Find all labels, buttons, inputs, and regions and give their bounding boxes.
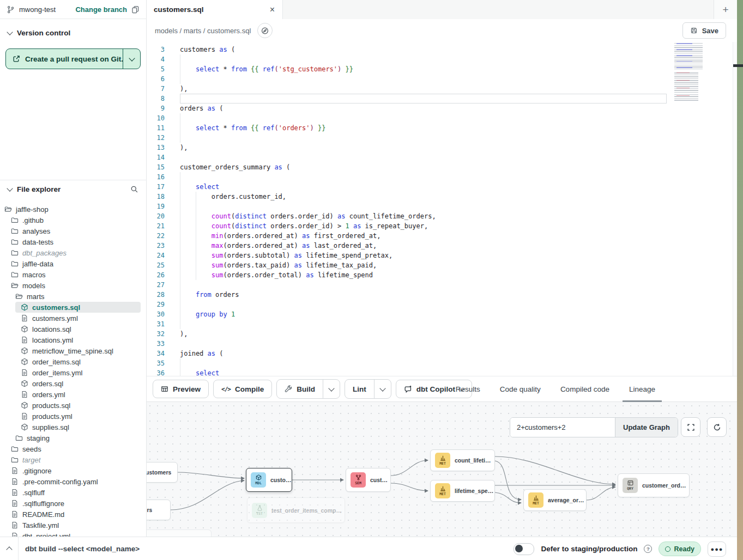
- file-tree-item-target[interactable]: target: [0, 454, 146, 465]
- code-line-34[interactable]: 34joined as (: [146, 349, 737, 358]
- create-pr-dropdown[interactable]: [123, 49, 140, 69]
- file-tree-item--pre-commit-config-yaml[interactable]: .pre-commit-config.yaml: [0, 476, 146, 487]
- code-line-25[interactable]: 25 sum(orders.tax_paid) as lifetime_tax_…: [146, 260, 737, 270]
- code-line-26[interactable]: 26 sum(orders.order_total) as lifetime_s…: [146, 270, 737, 280]
- file-tree-item-locations-yml[interactable]: locations.yml: [0, 334, 146, 345]
- code-line-29[interactable]: 29: [146, 300, 737, 309]
- code-line-18[interactable]: 18 orders.customer_id,: [146, 192, 737, 202]
- code-line-7[interactable]: 7),: [146, 84, 737, 94]
- code-line-17[interactable]: 17 select: [146, 182, 737, 192]
- file-tree-item-jaffle-data[interactable]: jaffle-data: [0, 258, 146, 269]
- lineage-node-customer-order-metrics[interactable]: QRYcustomer_order_metrics: [618, 473, 690, 497]
- file-tree-item-staging[interactable]: staging: [0, 433, 146, 443]
- code-line-27[interactable]: 27: [146, 280, 737, 290]
- code-editor[interactable]: 23customers as (45 select * from {{ ref(…: [146, 42, 737, 376]
- code-line-6[interactable]: 6: [146, 74, 737, 84]
- file-tree-item-locations-sql[interactable]: locations.sql: [0, 324, 146, 334]
- code-line-4[interactable]: 4: [146, 54, 737, 64]
- file-tree-item-marts[interactable]: marts: [0, 291, 146, 302]
- more-options-button[interactable]: ●●●: [708, 541, 726, 557]
- code-line-22[interactable]: 22 min(orders.ordered_at) as first_order…: [146, 231, 737, 241]
- refresh-button[interactable]: [707, 417, 727, 437]
- file-tree-item--sqlfluffignore[interactable]: .sqlfluffignore: [0, 498, 146, 509]
- copy-icon[interactable]: [131, 5, 140, 14]
- build-dropdown[interactable]: [323, 380, 340, 398]
- file-explorer-header[interactable]: File explorer: [0, 180, 146, 198]
- lineage-node-count-lifetime-orders[interactable]: METcount_lifetime_orders: [430, 449, 495, 471]
- code-line-28[interactable]: 28 from orders: [146, 290, 737, 300]
- code-line-8[interactable]: 8: [146, 94, 737, 104]
- file-tree-item-jaffle-shop[interactable]: jaffle-shop: [0, 204, 146, 215]
- code-line-36[interactable]: 36 select: [146, 368, 737, 376]
- file-tree-item-readme-md[interactable]: README.md: [0, 509, 146, 520]
- model-selector-input[interactable]: [510, 418, 615, 437]
- file-tree-item-orders-sql[interactable]: orders.sql: [0, 378, 146, 389]
- code-line-32[interactable]: 32),: [146, 329, 737, 339]
- tab-code-quality[interactable]: Code quality: [500, 376, 541, 402]
- help-icon[interactable]: ?: [644, 545, 652, 553]
- preview-button[interactable]: Preview: [153, 380, 209, 398]
- create-pr-button[interactable]: Create a pull request on Git...: [6, 49, 123, 69]
- tab-compiled-code[interactable]: Compiled code: [560, 376, 609, 402]
- file-tree-item-customers-yml[interactable]: customers.yml: [0, 313, 146, 324]
- new-tab-button[interactable]: +: [719, 4, 732, 15]
- code-line-15[interactable]: 15customer_orders_summary as (: [146, 162, 737, 172]
- code-line-14[interactable]: 14: [146, 153, 737, 162]
- change-branch-link[interactable]: Change branch: [75, 5, 127, 14]
- file-tree-item-dbt-project-yml[interactable]: dbt_project.yml: [0, 531, 146, 537]
- file-tree-item-models[interactable]: models: [0, 280, 146, 291]
- lineage-node-customers-model[interactable]: MDLcustomers: [246, 468, 292, 492]
- editor-scrollbar[interactable]: [733, 42, 737, 376]
- code-line-23[interactable]: 23 max(orders.ordered_at) as last_ordere…: [146, 241, 737, 251]
- code-line-19[interactable]: 19: [146, 202, 737, 211]
- code-line-12[interactable]: 12: [146, 133, 737, 143]
- code-line-20[interactable]: 20 count(distinct orders.order_id) as co…: [146, 211, 737, 221]
- compile-button[interactable]: </> Compile: [213, 380, 272, 398]
- code-line-30[interactable]: 30 group by 1: [146, 309, 737, 319]
- build-button[interactable]: Build: [277, 380, 323, 398]
- file-tree-item-data-tests[interactable]: data-tests: [0, 236, 146, 247]
- lineage-node-orders[interactable]: orders: [146, 500, 171, 520]
- fullscreen-button[interactable]: [681, 417, 700, 437]
- close-tab-icon[interactable]: ×: [270, 5, 275, 14]
- lineage-node-lifetime-spend-pretax[interactable]: METlifetime_spend_pretax: [430, 480, 495, 502]
- lint-dropdown[interactable]: [374, 380, 391, 398]
- file-tree-item-taskfile-yml[interactable]: Taskfile.yml: [0, 520, 146, 531]
- file-tree-item-analyses[interactable]: analyses: [0, 226, 146, 236]
- tab-customers-sql[interactable]: customers.sql ×: [146, 0, 283, 19]
- lineage-node-stg_customers[interactable]: stg_customers: [146, 462, 178, 483]
- compass-icon-button[interactable]: [257, 23, 273, 38]
- defer-toggle[interactable]: [514, 543, 534, 555]
- file-tree-item-order-items-sql[interactable]: order_items.sql: [0, 356, 146, 367]
- code-line-35[interactable]: 35: [146, 358, 737, 368]
- lineage-node-customers-semantic[interactable]: SEMcustomers: [346, 468, 391, 492]
- code-line-24[interactable]: 24 sum(orders.subtotal) as lifetime_spen…: [146, 251, 737, 260]
- code-line-13[interactable]: 13),: [146, 143, 737, 153]
- code-line-21[interactable]: 21 count(distinct orders.order_id) > 1 a…: [146, 221, 737, 231]
- code-line-9[interactable]: 9orders as (: [146, 104, 737, 113]
- minimap[interactable]: [673, 42, 714, 103]
- file-tree-item-products-sql[interactable]: products.sql: [0, 400, 146, 411]
- file-tree-item-orders-yml[interactable]: orders.yml: [0, 389, 146, 400]
- code-line-10[interactable]: 10: [146, 113, 737, 123]
- code-line-11[interactable]: 11 select * from {{ ref('orders') }}: [146, 123, 737, 133]
- file-tree-item-customers-sql[interactable]: customers.sql: [0, 302, 146, 313]
- update-graph-button[interactable]: Update Graph: [615, 418, 678, 437]
- file-tree-item--sqlfluff[interactable]: .sqlfluff: [0, 487, 146, 498]
- file-tree-item--github[interactable]: .github: [0, 215, 146, 226]
- collapse-panel-button[interactable]: [0, 537, 19, 560]
- tab-lineage[interactable]: Lineage: [629, 376, 655, 402]
- lineage-node-test-order-items[interactable]: TSTtest_order_items_compute_to_bools...: [247, 497, 345, 523]
- lint-button[interactable]: Lint: [345, 380, 374, 398]
- file-tree-item-seeds[interactable]: seeds: [0, 443, 146, 454]
- file-tree-item-products-yml[interactable]: products.yml: [0, 411, 146, 422]
- code-line-3[interactable]: 3customers as (: [146, 45, 737, 54]
- code-line-5[interactable]: 5 select * from {{ ref('stg_customers') …: [146, 64, 737, 74]
- tab-results[interactable]: Results: [456, 376, 480, 402]
- code-line-16[interactable]: 16: [146, 172, 737, 182]
- version-control-header[interactable]: Version control: [0, 25, 146, 41]
- scrollbar-thumb[interactable]: [733, 64, 743, 67]
- file-tree-item-dbt-packages[interactable]: dbt_packages: [0, 247, 146, 258]
- file-tree-item-macros[interactable]: macros: [0, 269, 146, 280]
- lineage-node-average-order-value[interactable]: METaverage_order_value: [523, 489, 587, 511]
